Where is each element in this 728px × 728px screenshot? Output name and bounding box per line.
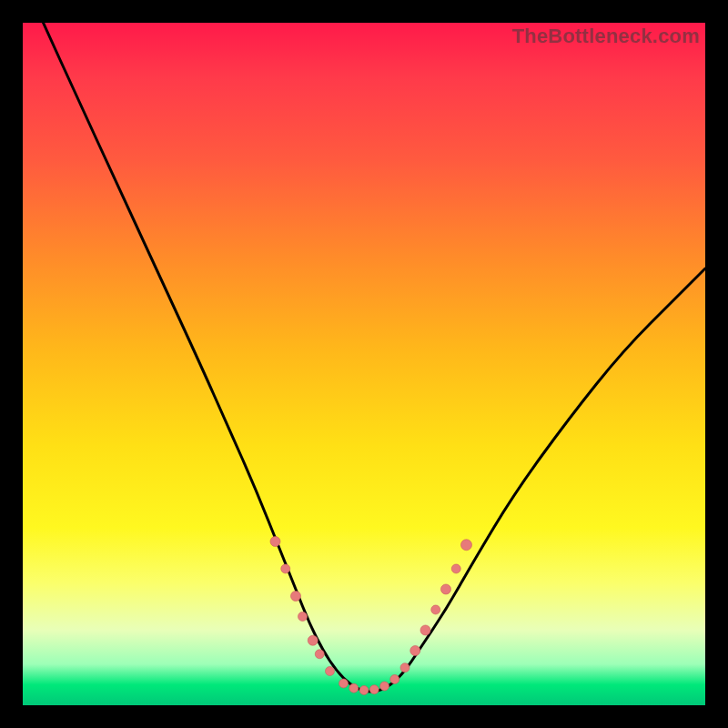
curve-marker [326, 667, 335, 676]
curve-marker [349, 683, 359, 693]
curve-marker [298, 612, 308, 622]
plot-area: TheBottleneck.com [23, 23, 705, 705]
curve-marker [291, 592, 301, 602]
curve-marker [441, 584, 451, 594]
curve-marker [390, 675, 399, 684]
bottleneck-curve-path [44, 23, 706, 692]
chart-frame: TheBottleneck.com [0, 0, 728, 728]
curve-marker [281, 564, 290, 573]
curve-marker [315, 650, 324, 659]
curve-marker [431, 605, 440, 614]
curve-marker [451, 564, 460, 573]
curve-marker [400, 663, 410, 672]
curve-marker [420, 625, 430, 635]
curve-marker [308, 635, 318, 645]
curve-marker [270, 537, 280, 547]
curve-marker [369, 685, 379, 694]
curve-marker [359, 686, 369, 695]
curve-marker [380, 682, 389, 691]
bottleneck-curve-svg [23, 23, 705, 705]
curve-marker [410, 646, 420, 656]
curve-marker [461, 540, 472, 551]
curve-marker [339, 679, 349, 688]
